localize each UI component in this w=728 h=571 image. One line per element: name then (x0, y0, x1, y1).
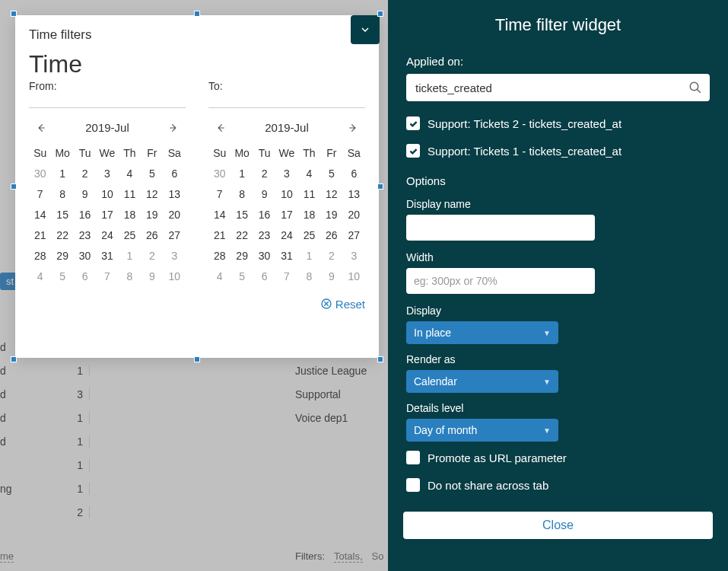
calendar-day[interactable]: 7 (96, 266, 118, 287)
calendar-day[interactable]: 10 (96, 184, 118, 205)
calendar-day[interactable]: 2 (253, 164, 275, 184)
calendar-day[interactable]: 12 (320, 184, 342, 205)
calendar-day[interactable]: 13 (164, 184, 186, 205)
calendar-day[interactable]: 1 (51, 164, 73, 184)
calendar-day[interactable]: 30 (253, 246, 275, 266)
calendar-day[interactable]: 8 (51, 184, 73, 205)
calendar-day[interactable]: 9 (253, 184, 275, 205)
calendar-day[interactable]: 6 (74, 266, 96, 287)
to-next-month[interactable] (344, 119, 362, 137)
calendar-day[interactable]: 30 (74, 246, 96, 266)
calendar-day[interactable]: 29 (51, 246, 73, 266)
applied-on-checkbox[interactable] (406, 116, 420, 130)
calendar-day[interactable]: 26 (320, 225, 342, 246)
calendar-day[interactable]: 3 (164, 246, 186, 266)
calendar-day[interactable]: 6 (164, 164, 186, 184)
calendar-day[interactable]: 3 (343, 246, 365, 266)
calendar-day[interactable]: 16 (74, 205, 96, 225)
calendar-day[interactable]: 20 (164, 205, 186, 225)
calendar-day[interactable]: 28 (29, 246, 51, 266)
calendar-day[interactable]: 8 (230, 184, 253, 205)
calendar-day[interactable]: 4 (119, 164, 141, 184)
promote-url-checkbox[interactable] (406, 451, 420, 464)
calendar-day[interactable]: 3 (96, 164, 118, 184)
calendar-day[interactable]: 15 (230, 205, 253, 225)
calendar-day[interactable]: 2 (74, 164, 96, 184)
to-prev-month[interactable] (211, 119, 230, 137)
applied-on-input[interactable] (406, 74, 710, 101)
from-prev-month[interactable] (32, 119, 50, 137)
calendar-day[interactable]: 19 (320, 205, 342, 225)
calendar-day[interactable]: 6 (343, 164, 365, 184)
calendar-day[interactable]: 9 (320, 266, 342, 287)
display-select[interactable]: In place ▼ (406, 321, 558, 344)
calendar-day[interactable]: 2 (141, 246, 163, 266)
calendar-day[interactable]: 26 (141, 225, 163, 246)
no-share-tab-checkbox[interactable] (406, 478, 420, 492)
calendar-day[interactable]: 14 (208, 205, 230, 225)
calendar-day[interactable]: 8 (298, 266, 320, 287)
popup-menu-button[interactable] (351, 15, 380, 44)
calendar-day[interactable]: 15 (51, 205, 73, 225)
calendar-day[interactable]: 12 (141, 184, 163, 205)
calendar-day[interactable]: 8 (119, 266, 141, 287)
calendar-day[interactable]: 21 (29, 225, 51, 246)
calendar-day[interactable]: 31 (275, 246, 297, 266)
calendar-day[interactable]: 17 (275, 205, 297, 225)
calendar-day[interactable]: 20 (343, 205, 365, 225)
calendar-day[interactable]: 5 (320, 164, 342, 184)
calendar-day[interactable]: 10 (164, 266, 186, 287)
calendar-day[interactable]: 10 (275, 184, 297, 205)
width-input[interactable] (406, 268, 595, 294)
details-level-select[interactable]: Day of month ▼ (406, 419, 558, 442)
calendar-day[interactable]: 27 (164, 225, 186, 246)
calendar-day[interactable]: 13 (343, 184, 365, 205)
calendar-day[interactable]: 9 (141, 266, 163, 287)
calendar-day[interactable]: 16 (253, 205, 275, 225)
display-name-input[interactable] (406, 215, 595, 241)
calendar-day[interactable]: 4 (29, 266, 51, 287)
calendar-day[interactable]: 23 (74, 225, 96, 246)
calendar-day[interactable]: 5 (230, 266, 253, 287)
calendar-day[interactable]: 2 (320, 246, 342, 266)
calendar-day[interactable]: 30 (208, 164, 230, 184)
calendar-day[interactable]: 25 (298, 225, 320, 246)
calendar-day[interactable]: 5 (51, 266, 73, 287)
calendar-day[interactable]: 18 (298, 205, 320, 225)
calendar-day[interactable]: 7 (29, 184, 51, 205)
calendar-day[interactable]: 25 (119, 225, 141, 246)
calendar-day[interactable]: 11 (298, 184, 320, 205)
calendar-day[interactable]: 31 (96, 246, 118, 266)
calendar-day[interactable]: 11 (119, 184, 141, 205)
calendar-day[interactable]: 28 (208, 246, 230, 266)
reset-button[interactable]: Reset (29, 298, 365, 311)
calendar-day[interactable]: 4 (208, 266, 230, 287)
calendar-day[interactable]: 1 (298, 246, 320, 266)
from-next-month[interactable] (164, 119, 183, 137)
calendar-day[interactable]: 23 (253, 225, 275, 246)
close-button[interactable]: Close (403, 512, 713, 539)
applied-on-checkbox[interactable] (406, 144, 420, 158)
calendar-day[interactable]: 27 (343, 225, 365, 246)
totals-label[interactable]: Totals, (334, 550, 363, 563)
calendar-day[interactable]: 9 (74, 184, 96, 205)
calendar-day[interactable]: 10 (343, 266, 365, 287)
calendar-day[interactable]: 7 (208, 184, 230, 205)
calendar-day[interactable]: 4 (298, 164, 320, 184)
calendar-day[interactable]: 21 (208, 225, 230, 246)
calendar-day[interactable]: 1 (119, 246, 141, 266)
calendar-day[interactable]: 22 (51, 225, 73, 246)
calendar-day[interactable]: 17 (96, 205, 118, 225)
calendar-day[interactable]: 24 (275, 225, 297, 246)
from-input[interactable] (29, 94, 186, 108)
calendar-day[interactable]: 30 (29, 164, 51, 184)
calendar-day[interactable]: 14 (29, 205, 51, 225)
calendar-day[interactable]: 18 (119, 205, 141, 225)
calendar-day[interactable]: 1 (230, 164, 253, 184)
calendar-day[interactable]: 29 (230, 246, 253, 266)
calendar-day[interactable]: 19 (141, 205, 163, 225)
calendar-day[interactable]: 5 (141, 164, 163, 184)
calendar-day[interactable]: 24 (96, 225, 118, 246)
calendar-day[interactable]: 3 (275, 164, 297, 184)
calendar-day[interactable]: 22 (230, 225, 253, 246)
